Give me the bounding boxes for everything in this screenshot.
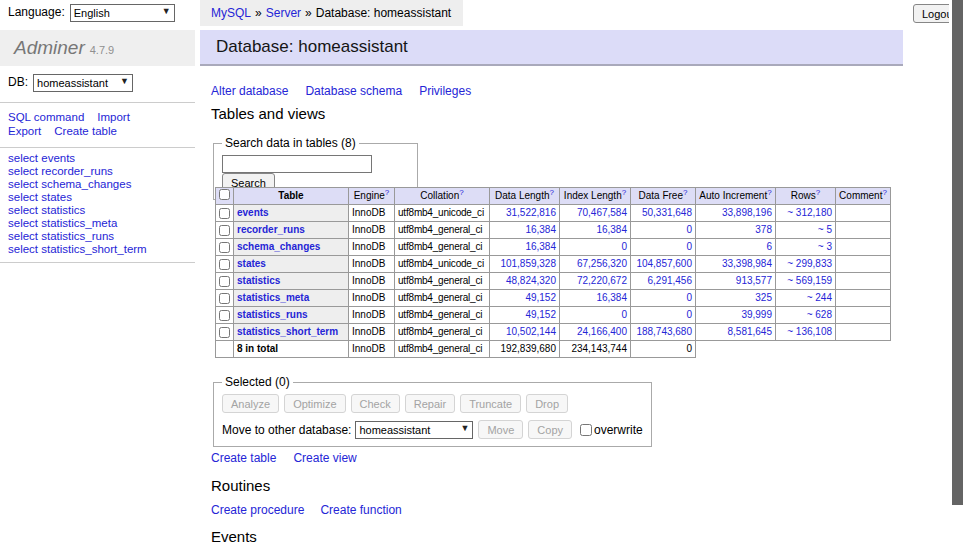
index-length-link[interactable]: 16,384	[596, 292, 627, 303]
row-checkbox-statistics-short-term[interactable]	[219, 327, 230, 338]
language-select[interactable]: English	[70, 4, 175, 22]
truncate-button[interactable]: Truncate	[460, 394, 521, 413]
db-action-alter-database[interactable]: Alter database	[211, 84, 288, 98]
data-length-link[interactable]: 49,152	[525, 309, 556, 320]
sidebar-item-select-statistics[interactable]: select statistics	[8, 205, 147, 216]
help-icon[interactable]: ?	[816, 188, 820, 197]
adminer-logo[interactable]: Adminer	[14, 37, 85, 58]
sidebar-action-create-table[interactable]: Create table	[54, 125, 117, 137]
select-all-checkbox[interactable]	[219, 189, 230, 200]
table-link-statistics[interactable]: statistics	[237, 275, 280, 286]
table-link-events[interactable]: events	[237, 207, 269, 218]
db-action-database-schema[interactable]: Database schema	[305, 84, 402, 98]
row-checkbox-statistics-meta[interactable]	[219, 293, 230, 304]
routine-create-procedure[interactable]: Create procedure	[211, 503, 304, 517]
auto-increment-link[interactable]: 913,577	[736, 275, 772, 286]
vertical-scrollbar[interactable]	[949, 0, 966, 543]
help-icon[interactable]: ?	[683, 188, 687, 197]
drop-button[interactable]: Drop	[526, 394, 568, 413]
auto-increment-link[interactable]: 378	[755, 224, 772, 235]
index-length-link[interactable]: 24,166,400	[577, 326, 627, 337]
auto-increment-link[interactable]: 39,999	[741, 309, 772, 320]
sidebar-action-sql-command[interactable]: SQL command	[8, 111, 84, 123]
breadcrumb-mysql[interactable]: MySQL	[211, 6, 251, 20]
index-length-link[interactable]: 0	[621, 309, 627, 320]
copy-button[interactable]: Copy	[528, 420, 572, 439]
help-icon[interactable]: ?	[882, 188, 886, 197]
analyze-button[interactable]: Analyze	[222, 394, 279, 413]
data-free-link[interactable]: 104,857,600	[636, 258, 692, 269]
repair-button[interactable]: Repair	[405, 394, 455, 413]
index-length-link[interactable]: 67,256,320	[577, 258, 627, 269]
move-button[interactable]: Move	[478, 420, 523, 439]
help-icon[interactable]: ?	[459, 188, 463, 197]
optimize-button[interactable]: Optimize	[284, 394, 345, 413]
rows-link[interactable]: ~ 244	[807, 292, 832, 303]
data-length-link[interactable]: 48,824,320	[506, 275, 556, 286]
data-length-link[interactable]: 31,522,816	[506, 207, 556, 218]
auto-increment-link[interactable]: 33,398,984	[722, 258, 772, 269]
table-link-statistics-meta[interactable]: statistics_meta	[237, 292, 309, 303]
data-length-link[interactable]: 16,384	[525, 224, 556, 235]
sidebar-item-select-statistics-meta[interactable]: select statistics_meta	[8, 218, 147, 229]
data-length-link[interactable]: 16,384	[525, 241, 556, 252]
row-checkbox-events[interactable]	[219, 208, 230, 219]
help-icon[interactable]: ?	[622, 188, 626, 197]
help-icon[interactable]: ?	[550, 188, 554, 197]
sidebar-action-export[interactable]: Export	[8, 125, 41, 137]
data-length-link[interactable]: 101,859,328	[500, 258, 556, 269]
rows-link[interactable]: ~ 136,108	[787, 326, 832, 337]
data-free-link[interactable]: 188,743,680	[636, 326, 692, 337]
db-action-privileges[interactable]: Privileges	[419, 84, 471, 98]
rows-link[interactable]: ~ 569,159	[787, 275, 832, 286]
db-select[interactable]: homeassistant	[33, 74, 133, 92]
sidebar-item-select-recorder-runs[interactable]: select recorder_runs	[8, 166, 147, 177]
index-length-link[interactable]: 0	[621, 241, 627, 252]
rows-link[interactable]: ~ 299,833	[787, 258, 832, 269]
sidebar-item-select-statistics-runs[interactable]: select statistics_runs	[8, 231, 147, 242]
data-length-link[interactable]: 49,152	[525, 292, 556, 303]
overwrite-checkbox[interactable]	[580, 424, 592, 436]
sidebar-item-select-states[interactable]: select states	[8, 192, 147, 203]
table-link-schema-changes[interactable]: schema_changes	[237, 241, 320, 252]
data-free-link[interactable]: 0	[686, 241, 692, 252]
create-create-table[interactable]: Create table	[211, 451, 276, 465]
rows-link[interactable]: ~ 3	[818, 241, 832, 252]
data-free-link[interactable]: 0	[686, 292, 692, 303]
index-length-link[interactable]: 72,220,672	[577, 275, 627, 286]
create-create-view[interactable]: Create view	[293, 451, 356, 465]
row-checkbox-statistics[interactable]	[219, 276, 230, 287]
auto-increment-link[interactable]: 6	[766, 241, 772, 252]
rows-link[interactable]: ~ 5	[818, 224, 832, 235]
sidebar-item-select-events[interactable]: select events	[8, 153, 147, 164]
row-checkbox-schema-changes[interactable]	[219, 242, 230, 253]
index-length-link[interactable]: 70,467,584	[577, 207, 627, 218]
breadcrumb-server[interactable]: Server	[266, 6, 301, 20]
data-length-link[interactable]: 10,502,144	[506, 326, 556, 337]
search-input[interactable]	[222, 155, 372, 173]
table-link-states[interactable]: states	[237, 258, 266, 269]
data-free-link[interactable]: 0	[686, 309, 692, 320]
check-button[interactable]: Check	[351, 394, 400, 413]
data-free-link[interactable]: 0	[686, 224, 692, 235]
move-db-select[interactable]: homeassistant	[355, 421, 473, 439]
auto-increment-link[interactable]: 33,898,196	[722, 207, 772, 218]
row-checkbox-recorder-runs[interactable]	[219, 225, 230, 236]
table-link-recorder-runs[interactable]: recorder_runs	[237, 224, 305, 235]
row-checkbox-statistics-runs[interactable]	[219, 310, 230, 321]
help-icon[interactable]: ?	[385, 188, 389, 197]
row-checkbox-states[interactable]	[219, 259, 230, 270]
auto-increment-link[interactable]: 8,581,645	[728, 326, 773, 337]
routine-create-function[interactable]: Create function	[320, 503, 401, 517]
index-length-link[interactable]: 16,384	[596, 224, 627, 235]
rows-link[interactable]: ~ 312,180	[787, 207, 832, 218]
scrollbar-thumb[interactable]	[952, 0, 963, 505]
help-icon[interactable]: ?	[767, 188, 771, 197]
sidebar-item-select-schema-changes[interactable]: select schema_changes	[8, 179, 147, 190]
data-free-link[interactable]: 6,291,456	[648, 275, 693, 286]
sidebar-action-import[interactable]: Import	[97, 111, 130, 123]
table-link-statistics-short-term[interactable]: statistics_short_term	[237, 326, 338, 337]
rows-link[interactable]: ~ 628	[807, 309, 832, 320]
auto-increment-link[interactable]: 325	[755, 292, 772, 303]
data-free-link[interactable]: 50,331,648	[642, 207, 692, 218]
